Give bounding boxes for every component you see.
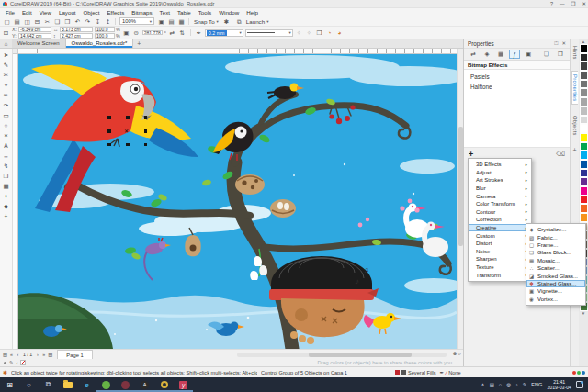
color-swatch[interactable]: [580, 53, 588, 62]
menu-item-frame[interactable]: ▢Frame...: [526, 241, 585, 249]
menu-item-noise[interactable]: Noise▸: [469, 248, 531, 256]
crop-tool[interactable]: ✂: [0, 70, 12, 80]
print-icon[interactable]: ⊟: [32, 17, 42, 26]
color-swatch[interactable]: [580, 106, 588, 116]
eyedropper-tool[interactable]: ✦: [0, 191, 12, 201]
menu-text[interactable]: Text: [156, 8, 174, 17]
tray-icon[interactable]: ♪: [515, 382, 518, 387]
home-icon[interactable]: ⌂: [0, 39, 12, 48]
paste-icon[interactable]: ❐: [62, 17, 73, 26]
document-tab-oswaldo-rosales-cdr[interactable]: Oswaldo_Rosales.cdr*: [66, 39, 134, 48]
new-tab-button[interactable]: +: [133, 39, 144, 48]
effects-shortcut-icon[interactable]: ◔: [325, 29, 334, 36]
menu-item-color-transform[interactable]: Color Transform▸: [469, 200, 531, 208]
menu-layout[interactable]: Layout: [55, 8, 80, 17]
snap-to-dropdown[interactable]: Snap To▾: [191, 18, 221, 25]
copy-icon[interactable]: ❏: [52, 17, 62, 26]
quick-zoom-icons[interactable]: ⊕ ⌕: [453, 351, 461, 357]
fill-properties-icon[interactable]: ◈: [481, 50, 492, 59]
docker-tab-objects[interactable]: Objects: [572, 116, 578, 136]
menu-item-adjust[interactable]: Adjust▸: [469, 169, 531, 177]
options-gear-icon[interactable]: ✱: [221, 17, 232, 26]
menu-item-3d-effects[interactable]: 3D Effects▸: [469, 161, 531, 169]
color-swatch[interactable]: [580, 196, 588, 205]
rectangle-tool[interactable]: ▭: [0, 110, 12, 120]
menu-bitmaps[interactable]: Bitmaps: [128, 8, 155, 17]
color-swatch[interactable]: [580, 71, 588, 80]
connector-tool[interactable]: ↯: [0, 161, 12, 171]
object-width-field[interactable]: 3.173 cm: [60, 27, 93, 32]
zoom-tool[interactable]: ⌖: [0, 80, 12, 90]
show-rulers-icon[interactable]: ▤: [166, 17, 176, 26]
coreldraw-app[interactable]: y: [174, 377, 193, 392]
object-properties-icon[interactable]: ⇄: [468, 50, 479, 59]
page-tab[interactable]: Page 1: [57, 350, 92, 359]
frame-icon[interactable]: ❏: [541, 50, 552, 59]
menu-item-glass-block[interactable]: ❏Glass Block...: [526, 249, 585, 256]
transparency-tool[interactable]: ▦: [0, 181, 12, 191]
docker-float-icon[interactable]: ⏍: [554, 40, 558, 47]
menu-item-vignette[interactable]: ▣Vignette...: [526, 287, 585, 295]
menu-view[interactable]: View: [36, 8, 55, 17]
menu-item-fabric[interactable]: ▨Fabric...: [526, 233, 585, 241]
fullscreen-icon[interactable]: ▣: [156, 17, 166, 26]
menu-item-sharpen[interactable]: Sharpen▸: [469, 255, 531, 263]
menu-effects[interactable]: Effects: [103, 8, 128, 17]
cortana-search[interactable]: ○: [19, 377, 39, 392]
scale-x-field[interactable]: 100.0: [95, 27, 115, 32]
corel-font-manager-app[interactable]: A: [135, 377, 154, 392]
menu-tools[interactable]: Tools: [195, 8, 215, 17]
mirror-vertical-icon[interactable]: ⇅: [178, 29, 187, 37]
vertical-scrollbar[interactable]: [457, 49, 463, 349]
color-swatch[interactable]: [580, 44, 588, 53]
selection-handle[interactable]: [107, 143, 111, 147]
bitmap-properties-icon[interactable]: ▣: [523, 50, 534, 59]
prev-page-icon[interactable]: ‹: [15, 350, 21, 359]
first-page-icon[interactable]: «: [8, 350, 15, 359]
help-button[interactable]: ?: [550, 0, 553, 8]
menu-file[interactable]: File: [2, 8, 18, 17]
notification-center-icon[interactable]: [576, 381, 583, 388]
menu-item-contour[interactable]: Contour▸: [469, 208, 531, 217]
tray-icon[interactable]: ▤: [490, 382, 494, 387]
color-swatch[interactable]: [580, 124, 588, 133]
launch-dropdown[interactable]: ⧉ Launch▾: [232, 17, 272, 26]
menu-item-smoked-glass[interactable]: ◪Smoked Glass...: [526, 272, 585, 279]
add-effect-button[interactable]: +: [469, 150, 473, 159]
pick-tool[interactable]: ➤: [0, 50, 12, 60]
undo-icon[interactable]: ↶: [73, 17, 83, 26]
color-swatch[interactable]: [580, 213, 588, 222]
transparency-properties-icon[interactable]: ▦: [495, 50, 506, 59]
frame-icon[interactable]: ❐: [555, 50, 566, 59]
add-docker-tab-button[interactable]: +: [572, 147, 576, 153]
language-indicator[interactable]: ENG: [531, 382, 542, 387]
docker-tab-properties[interactable]: Properties: [571, 71, 578, 105]
color-swatch[interactable]: [580, 88, 588, 97]
docker-tab-hints[interactable]: Hints: [572, 46, 578, 60]
selection-handle[interactable]: [144, 143, 148, 147]
color-swatch[interactable]: [580, 204, 588, 213]
color-swatch[interactable]: [580, 177, 588, 186]
menu-item-art-strokes[interactable]: Art Strokes▸: [469, 176, 531, 185]
rotation-angle-field[interactable]: 281.778: [142, 30, 163, 36]
menu-item-correction[interactable]: Correction▸: [469, 216, 531, 224]
symmetry-icon[interactable]: ◕: [335, 29, 344, 36]
menu-item-vortex[interactable]: ◉Vortex...: [526, 296, 585, 303]
color-swatch[interactable]: [580, 151, 588, 160]
menu-item-custom[interactable]: Custom▸: [469, 231, 531, 240]
selection-handle[interactable]: [126, 116, 130, 119]
menu-object[interactable]: Object: [80, 8, 104, 17]
menu-item-scatter[interactable]: ∴Scatter...: [526, 264, 585, 272]
menu-item-texture[interactable]: Texture▸: [469, 263, 531, 272]
mirror-horizontal-icon[interactable]: ⇄: [168, 29, 176, 37]
collapse-tray-icon[interactable]: ‹: [17, 359, 18, 366]
eyedropper-icon[interactable]: ✎: [9, 359, 14, 366]
effects-properties-icon[interactable]: ƒ: [509, 50, 520, 59]
next-page-icon[interactable]: ›: [34, 350, 40, 359]
show-grid-icon[interactable]: ▦: [176, 17, 187, 26]
menu-item-distort[interactable]: Distort▸: [469, 240, 531, 248]
task-view[interactable]: ⧉: [39, 377, 58, 392]
horizontal-scrollbar-thumb[interactable]: [309, 353, 412, 357]
cut-icon[interactable]: ✂: [42, 17, 52, 26]
selection-handle[interactable]: [107, 116, 111, 119]
